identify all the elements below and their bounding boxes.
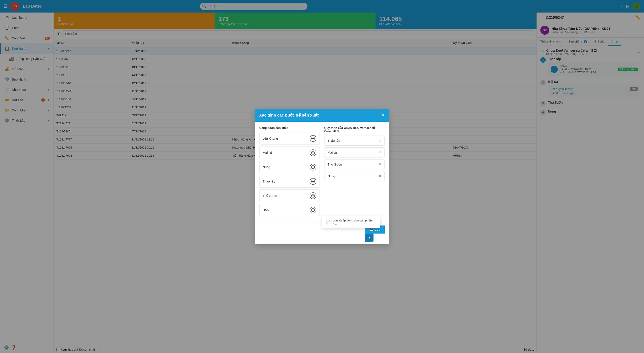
selected-step-sel-thao-lap: Tháo lắp ✕ [324,136,385,146]
modal-header: Xác định các bước để sản xuất ✕ [255,109,389,122]
step-label: Nung [263,165,270,169]
step-label: Lên Khung [263,137,278,140]
modal-left: Công đoạn sản xuất Lên Khung Mài sứ Nung [259,126,320,218]
selected-step-sel-mai-su: Mài sứ ✕ [324,147,385,157]
step-label: Đắp [263,208,269,212]
modal-right-steps: Tháo lắp ✕ Mài sứ ✕ Thử Sườn ✕ Nung ✕ [324,136,385,181]
add-step-button-dap[interactable] [310,207,316,213]
add-step-button-mai-su[interactable] [310,149,316,156]
modal-footer: 💾 Lưu ▼ 📄 Lưu và áp dụng cho sản phẩm n.… [255,223,389,244]
selected-step-label: Tháo lắp [328,139,340,142]
modal-right-title: Quy trình của Chụp/ Đèo/ Verneer sứ Cera… [324,126,385,133]
dropdown-popup-icon: 📄 [326,220,330,225]
left-step-len-khung: Lên Khung [259,132,320,145]
add-step-button-thu-suon[interactable] [310,192,316,199]
selected-step-sel-thu-suon: Thử Sườn ✕ [324,159,385,169]
selected-step-label: Nung [328,174,335,178]
modal-right: Quy trình của Chụp/ Đèo/ Verneer sứ Cera… [324,126,385,218]
step-label: Tháo lắp [263,180,275,183]
save-icon: 💾 [370,228,373,231]
left-step-nung: Nung [259,161,320,173]
add-step-button-len-khung[interactable] [310,135,316,142]
modal-footer-wrapper: 💾 Lưu ▼ 📄 Lưu và áp dụng cho sản phẩm n.… [365,226,385,242]
modal: Xác định các bước để sản xuất ✕ Công đoạ… [255,109,389,244]
remove-step-button-sel-mai-su[interactable]: ✕ [378,150,381,155]
left-step-thu-suon: Thử Sườn [259,189,320,202]
remove-step-button-sel-thao-lap[interactable]: ✕ [378,138,381,143]
dropdown-popup: 📄 Lưu và áp dụng cho sản phẩm n... [322,216,380,228]
step-label: Mài sứ [263,151,272,155]
save-dropdown-button[interactable]: ▼ [365,234,374,242]
left-step-thao-lap: Tháo lắp [259,175,320,188]
modal-overlay[interactable]: Xác định các bước để sản xuất ✕ Công đoạ… [0,0,644,353]
selected-step-label: Mài sứ [328,151,337,154]
add-step-button-thao-lap[interactable] [310,178,316,185]
left-step-mai-su: Mài sứ [259,147,320,159]
modal-close-button[interactable]: ✕ [381,112,385,118]
selected-step-sel-nung: Nung ✕ [324,171,385,181]
modal-left-steps: Lên Khung Mài sứ Nung [259,132,320,216]
left-step-dap: Đắp [259,204,320,216]
step-label: Thử Sườn [263,194,277,198]
modal-left-title: Công đoạn sản xuất [259,126,320,129]
dropdown-popup-text: Lưu và áp dụng cho sản phẩm n... [333,219,377,226]
modal-body: Công đoạn sản xuất Lên Khung Mài sứ Nung [255,122,389,223]
add-step-button-nung[interactable] [310,164,316,170]
selected-step-label: Thử Sườn [328,163,342,166]
modal-title: Xác định các bước để sản xuất [259,113,319,118]
remove-step-button-sel-thu-suon[interactable]: ✕ [378,162,381,166]
remove-step-button-sel-nung[interactable]: ✕ [378,174,381,178]
